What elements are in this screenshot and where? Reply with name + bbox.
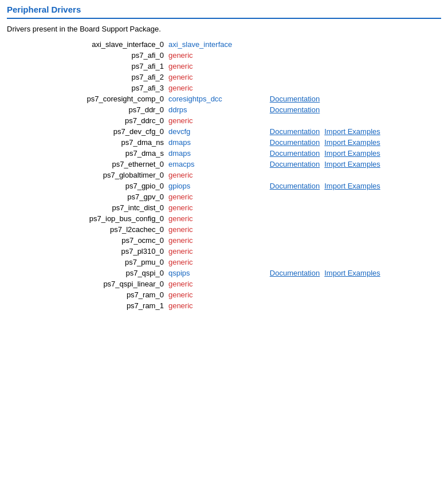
driver-name: ps7_afi_0 (7, 50, 166, 61)
driver-links (268, 61, 441, 72)
driver-type: generic (166, 50, 268, 61)
driver-type: ddrps (166, 104, 268, 115)
table-row: ps7_qspi_linear_0generic (7, 278, 441, 289)
driver-type: generic (166, 72, 268, 83)
documentation-link[interactable]: Documentation (270, 149, 320, 158)
driver-links (268, 191, 441, 202)
table-row: ps7_dev_cfg_0devcfgDocumentationImport E… (7, 126, 441, 137)
driver-name: ps7_pmu_0 (7, 257, 166, 268)
documentation-link[interactable]: Documentation (270, 160, 320, 168)
driver-links: DocumentationImport Examples (268, 159, 441, 170)
driver-name: ps7_ethernet_0 (7, 159, 166, 170)
driver-name: ps7_globaltimer_0 (7, 170, 166, 180)
table-row: ps7_pmu_0generic (7, 257, 441, 268)
driver-type: generic (166, 300, 268, 311)
table-row: ps7_ram_0generic (7, 289, 441, 300)
driver-links: DocumentationImport Examples (268, 137, 441, 148)
driver-links: Documentation (268, 104, 441, 115)
driver-name: ps7_ram_0 (7, 289, 166, 300)
driver-type: generic (166, 289, 268, 300)
table-row: ps7_ethernet_0emacpsDocumentationImport … (7, 159, 441, 170)
driver-name: ps7_qspi_linear_0 (7, 278, 166, 289)
driver-name: ps7_afi_1 (7, 61, 166, 72)
driver-links (268, 83, 441, 93)
table-row: ps7_afi_0generic (7, 50, 441, 61)
driver-name: ps7_ddrc_0 (7, 115, 166, 126)
driver-name: axi_slave_interface_0 (7, 39, 166, 50)
table-row: ps7_ddr_0ddrpsDocumentation (7, 104, 441, 115)
import-examples-link[interactable]: Import Examples (324, 149, 380, 158)
driver-name: ps7_afi_2 (7, 72, 166, 83)
driver-links (268, 224, 441, 235)
driver-type: dmaps (166, 148, 268, 159)
table-row: ps7_qspi_0qspipsDocumentationImport Exam… (7, 268, 441, 278)
import-examples-link[interactable]: Import Examples (324, 269, 380, 277)
driver-type: generic (166, 235, 268, 246)
table-row: ps7_gpv_0generic (7, 191, 441, 202)
driver-links (268, 257, 441, 268)
table-row: ps7_afi_3generic (7, 83, 441, 93)
driver-links (268, 39, 441, 50)
documentation-link[interactable]: Documentation (270, 127, 320, 136)
table-row: ps7_dma_sdmapsDocumentationImport Exampl… (7, 148, 441, 159)
driver-name: ps7_gpio_0 (7, 180, 166, 191)
table-row: ps7_intc_dist_0generic (7, 202, 441, 213)
import-examples-link[interactable]: Import Examples (324, 138, 380, 147)
driver-links (268, 213, 441, 224)
driver-name: ps7_gpv_0 (7, 191, 166, 202)
driver-links (268, 72, 441, 83)
table-row: ps7_ocmc_0generic (7, 235, 441, 246)
documentation-link[interactable]: Documentation (270, 182, 320, 190)
driver-type: devcfg (166, 126, 268, 137)
table-row: ps7_dma_nsdmapsDocumentationImport Examp… (7, 137, 441, 148)
driver-links (268, 202, 441, 213)
table-row: ps7_l2cachec_0generic (7, 224, 441, 235)
driver-name: ps7_afi_3 (7, 83, 166, 93)
driver-type: emacps (166, 159, 268, 170)
driver-links: DocumentationImport Examples (268, 180, 441, 191)
table-row: ps7_ram_1generic (7, 300, 441, 311)
driver-type: generic (166, 257, 268, 268)
driver-name: ps7_ocmc_0 (7, 235, 166, 246)
driver-links: DocumentationImport Examples (268, 148, 441, 159)
import-examples-link[interactable]: Import Examples (324, 160, 380, 168)
description: Drivers present in the Board Support Pac… (7, 25, 441, 33)
import-examples-link[interactable]: Import Examples (324, 182, 380, 190)
driver-name: ps7_ram_1 (7, 300, 166, 311)
table-row: ps7_pl310_0generic (7, 246, 441, 257)
driver-name: ps7_dev_cfg_0 (7, 126, 166, 137)
page-title: Peripheral Drivers (7, 5, 441, 19)
driver-name: ps7_iop_bus_config_0 (7, 213, 166, 224)
driver-links: DocumentationImport Examples (268, 268, 441, 278)
driver-type: generic (166, 202, 268, 213)
driver-links (268, 300, 441, 311)
documentation-link[interactable]: Documentation (270, 138, 320, 147)
documentation-link[interactable]: Documentation (270, 105, 320, 114)
driver-type: gpiops (166, 180, 268, 191)
driver-name: ps7_qspi_0 (7, 268, 166, 278)
driver-type: dmaps (166, 137, 268, 148)
driver-links (268, 50, 441, 61)
driver-name: ps7_dma_s (7, 148, 166, 159)
driver-type: generic (166, 278, 268, 289)
driver-type: axi_slave_interface (166, 39, 268, 50)
table-row: ps7_coresight_comp_0coresightps_dccDocum… (7, 93, 441, 104)
documentation-link[interactable]: Documentation (270, 95, 320, 103)
driver-table: axi_slave_interface_0axi_slave_interface… (7, 39, 441, 311)
driver-name: ps7_ddr_0 (7, 104, 166, 115)
documentation-link[interactable]: Documentation (270, 269, 320, 277)
driver-type: generic (166, 213, 268, 224)
driver-type: generic (166, 246, 268, 257)
table-row: ps7_globaltimer_0generic (7, 170, 441, 180)
table-row: ps7_iop_bus_config_0generic (7, 213, 441, 224)
driver-links (268, 289, 441, 300)
driver-type: generic (166, 170, 268, 180)
driver-type: generic (166, 224, 268, 235)
driver-name: ps7_l2cachec_0 (7, 224, 166, 235)
table-row: axi_slave_interface_0axi_slave_interface (7, 39, 441, 50)
driver-links: Documentation (268, 93, 441, 104)
driver-links (268, 235, 441, 246)
driver-links (268, 115, 441, 126)
import-examples-link[interactable]: Import Examples (324, 127, 380, 136)
driver-type: generic (166, 191, 268, 202)
